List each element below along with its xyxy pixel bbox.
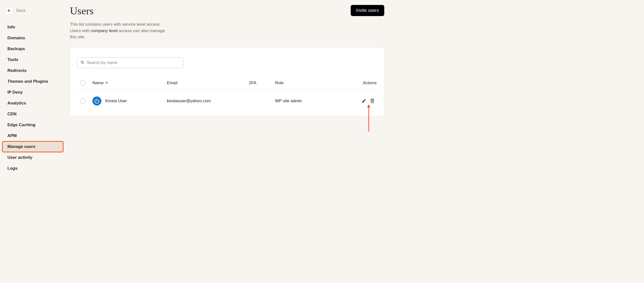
sidebar-item-logs[interactable]: Logs — [2, 163, 63, 174]
delete-button[interactable] — [369, 98, 375, 104]
pencil-icon — [362, 98, 366, 103]
users-card: Name Email 2FA Role Actions Kinsta User — [70, 47, 384, 116]
column-header-role[interactable]: Role — [275, 80, 334, 85]
sidebar: Back Info Domains Backups Tools Redirect… — [0, 0, 66, 283]
sidebar-item-apm[interactable]: APM — [2, 131, 63, 141]
header-row: Users Invite users — [70, 5, 384, 17]
page-description: This list contains users with service le… — [70, 21, 171, 40]
user-email: kinstauser@yahoo.com — [167, 98, 249, 103]
sidebar-item-manage-users[interactable]: Manage users — [2, 141, 63, 152]
sidebar-item-ip-deny[interactable]: IP Deny — [2, 87, 63, 98]
search-wrap — [77, 57, 183, 68]
actions-cell — [334, 98, 376, 104]
user-role: WP site admin — [275, 98, 334, 103]
svg-line-2 — [83, 63, 84, 63]
table-header: Name Email 2FA Role Actions — [75, 76, 379, 90]
sidebar-item-domains[interactable]: Domains — [2, 33, 63, 43]
sidebar-item-backups[interactable]: Backups — [2, 44, 63, 54]
search-input[interactable] — [77, 57, 183, 68]
trash-icon — [370, 98, 375, 103]
sidebar-item-redirects[interactable]: Redirects — [2, 65, 63, 76]
sidebar-item-tools[interactable]: Tools — [2, 54, 63, 65]
column-header-name-label: Name — [92, 80, 104, 85]
column-header-2fa[interactable]: 2FA — [249, 80, 275, 85]
back-button[interactable] — [6, 7, 13, 14]
row-checkbox[interactable] — [80, 98, 86, 103]
users-table: Name Email 2FA Role Actions Kinsta User — [75, 76, 379, 116]
sidebar-item-cdn[interactable]: CDN — [2, 109, 63, 119]
sidebar-nav: Info Domains Backups Tools Redirects The… — [2, 22, 63, 174]
arrow-left-icon — [7, 8, 11, 13]
page-title: Users — [70, 5, 94, 17]
name-cell: Kinsta User — [92, 97, 167, 105]
table-row: Kinsta User kinstauser@yahoo.com WP site… — [75, 90, 379, 116]
sidebar-item-themes-plugins[interactable]: Themes and Plugins — [2, 76, 63, 87]
back-row: Back — [2, 7, 63, 14]
main-content: Users Invite users This list contains us… — [66, 0, 389, 283]
user-name: Kinsta User — [105, 98, 127, 103]
edit-button[interactable] — [361, 98, 367, 104]
sidebar-item-analytics[interactable]: Analytics — [2, 98, 63, 108]
avatar — [92, 97, 101, 105]
power-icon — [94, 98, 100, 104]
sidebar-item-edge-caching[interactable]: Edge Caching — [2, 120, 63, 130]
column-header-name[interactable]: Name — [92, 80, 167, 85]
sort-asc-icon — [105, 81, 108, 85]
column-header-actions: Actions — [334, 80, 376, 85]
column-header-email[interactable]: Email — [167, 80, 249, 85]
invite-users-button[interactable]: Invite users — [351, 5, 384, 16]
back-label: Back — [16, 8, 26, 13]
sidebar-item-user-activity[interactable]: User activity — [2, 152, 63, 163]
sidebar-item-info[interactable]: Info — [2, 22, 63, 32]
search-icon — [80, 60, 84, 65]
select-all-checkbox[interactable] — [80, 80, 86, 85]
company-level-link[interactable]: company level — [91, 28, 118, 33]
